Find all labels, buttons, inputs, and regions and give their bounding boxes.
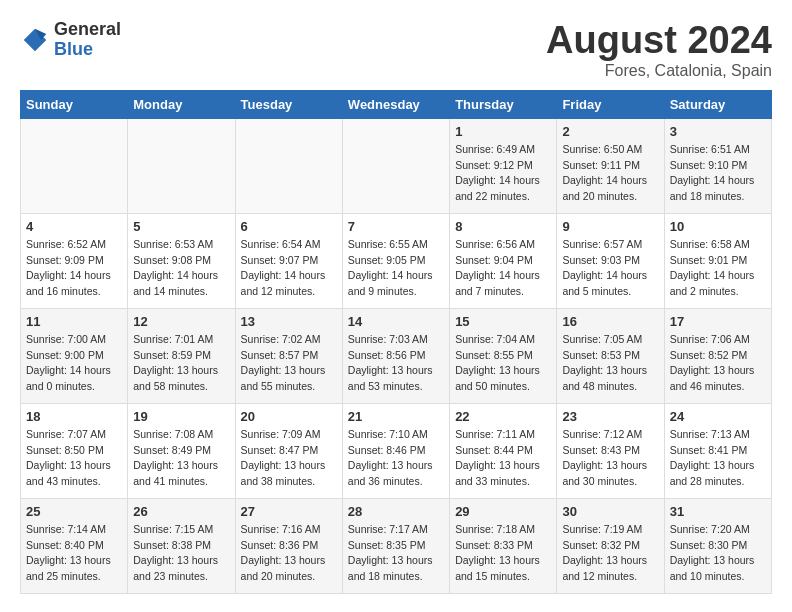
calendar-cell: 29Sunrise: 7:18 AM Sunset: 8:33 PM Dayli…	[450, 498, 557, 593]
day-info: Sunrise: 7:19 AM Sunset: 8:32 PM Dayligh…	[562, 522, 658, 585]
day-number: 5	[133, 219, 229, 234]
day-number: 19	[133, 409, 229, 424]
calendar-cell: 24Sunrise: 7:13 AM Sunset: 8:41 PM Dayli…	[664, 403, 771, 498]
calendar-cell: 14Sunrise: 7:03 AM Sunset: 8:56 PM Dayli…	[342, 308, 449, 403]
day-info: Sunrise: 7:01 AM Sunset: 8:59 PM Dayligh…	[133, 332, 229, 395]
calendar-cell: 7Sunrise: 6:55 AM Sunset: 9:05 PM Daylig…	[342, 213, 449, 308]
day-number: 31	[670, 504, 766, 519]
day-info: Sunrise: 7:08 AM Sunset: 8:49 PM Dayligh…	[133, 427, 229, 490]
calendar-cell: 19Sunrise: 7:08 AM Sunset: 8:49 PM Dayli…	[128, 403, 235, 498]
day-info: Sunrise: 6:55 AM Sunset: 9:05 PM Dayligh…	[348, 237, 444, 300]
day-info: Sunrise: 7:12 AM Sunset: 8:43 PM Dayligh…	[562, 427, 658, 490]
day-info: Sunrise: 7:00 AM Sunset: 9:00 PM Dayligh…	[26, 332, 122, 395]
day-info: Sunrise: 7:18 AM Sunset: 8:33 PM Dayligh…	[455, 522, 551, 585]
day-info: Sunrise: 6:53 AM Sunset: 9:08 PM Dayligh…	[133, 237, 229, 300]
day-info: Sunrise: 6:57 AM Sunset: 9:03 PM Dayligh…	[562, 237, 658, 300]
day-number: 11	[26, 314, 122, 329]
day-number: 17	[670, 314, 766, 329]
day-number: 7	[348, 219, 444, 234]
day-info: Sunrise: 7:20 AM Sunset: 8:30 PM Dayligh…	[670, 522, 766, 585]
day-number: 23	[562, 409, 658, 424]
calendar-week-row: 25Sunrise: 7:14 AM Sunset: 8:40 PM Dayli…	[21, 498, 772, 593]
calendar-cell: 8Sunrise: 6:56 AM Sunset: 9:04 PM Daylig…	[450, 213, 557, 308]
day-number: 21	[348, 409, 444, 424]
day-number: 2	[562, 124, 658, 139]
calendar-cell: 18Sunrise: 7:07 AM Sunset: 8:50 PM Dayli…	[21, 403, 128, 498]
page-header: General Blue August 2024 Fores, Cataloni…	[20, 20, 772, 80]
calendar-cell: 23Sunrise: 7:12 AM Sunset: 8:43 PM Dayli…	[557, 403, 664, 498]
calendar-cell: 12Sunrise: 7:01 AM Sunset: 8:59 PM Dayli…	[128, 308, 235, 403]
logo-general: General	[54, 20, 121, 40]
calendar-cell: 13Sunrise: 7:02 AM Sunset: 8:57 PM Dayli…	[235, 308, 342, 403]
calendar-week-row: 4Sunrise: 6:52 AM Sunset: 9:09 PM Daylig…	[21, 213, 772, 308]
day-number: 3	[670, 124, 766, 139]
day-info: Sunrise: 7:13 AM Sunset: 8:41 PM Dayligh…	[670, 427, 766, 490]
calendar-cell: 4Sunrise: 6:52 AM Sunset: 9:09 PM Daylig…	[21, 213, 128, 308]
day-info: Sunrise: 7:15 AM Sunset: 8:38 PM Dayligh…	[133, 522, 229, 585]
calendar-cell	[235, 118, 342, 213]
day-number: 28	[348, 504, 444, 519]
day-number: 26	[133, 504, 229, 519]
day-info: Sunrise: 7:04 AM Sunset: 8:55 PM Dayligh…	[455, 332, 551, 395]
calendar-cell: 16Sunrise: 7:05 AM Sunset: 8:53 PM Dayli…	[557, 308, 664, 403]
day-number: 18	[26, 409, 122, 424]
weekday-header: Saturday	[664, 90, 771, 118]
day-info: Sunrise: 7:02 AM Sunset: 8:57 PM Dayligh…	[241, 332, 337, 395]
logo-blue: Blue	[54, 40, 121, 60]
day-info: Sunrise: 6:49 AM Sunset: 9:12 PM Dayligh…	[455, 142, 551, 205]
day-info: Sunrise: 7:16 AM Sunset: 8:36 PM Dayligh…	[241, 522, 337, 585]
weekday-header: Tuesday	[235, 90, 342, 118]
weekday-header: Thursday	[450, 90, 557, 118]
day-number: 24	[670, 409, 766, 424]
day-number: 16	[562, 314, 658, 329]
day-number: 12	[133, 314, 229, 329]
calendar-cell: 11Sunrise: 7:00 AM Sunset: 9:00 PM Dayli…	[21, 308, 128, 403]
day-number: 10	[670, 219, 766, 234]
day-number: 1	[455, 124, 551, 139]
day-number: 4	[26, 219, 122, 234]
calendar-cell: 22Sunrise: 7:11 AM Sunset: 8:44 PM Dayli…	[450, 403, 557, 498]
calendar-cell: 25Sunrise: 7:14 AM Sunset: 8:40 PM Dayli…	[21, 498, 128, 593]
calendar-body: 1Sunrise: 6:49 AM Sunset: 9:12 PM Daylig…	[21, 118, 772, 593]
calendar-cell: 1Sunrise: 6:49 AM Sunset: 9:12 PM Daylig…	[450, 118, 557, 213]
day-info: Sunrise: 7:06 AM Sunset: 8:52 PM Dayligh…	[670, 332, 766, 395]
day-info: Sunrise: 7:09 AM Sunset: 8:47 PM Dayligh…	[241, 427, 337, 490]
title-block: August 2024 Fores, Catalonia, Spain	[546, 20, 772, 80]
day-number: 30	[562, 504, 658, 519]
calendar-cell	[128, 118, 235, 213]
calendar-cell: 9Sunrise: 6:57 AM Sunset: 9:03 PM Daylig…	[557, 213, 664, 308]
day-info: Sunrise: 7:07 AM Sunset: 8:50 PM Dayligh…	[26, 427, 122, 490]
calendar-cell: 21Sunrise: 7:10 AM Sunset: 8:46 PM Dayli…	[342, 403, 449, 498]
day-info: Sunrise: 6:51 AM Sunset: 9:10 PM Dayligh…	[670, 142, 766, 205]
calendar-cell	[342, 118, 449, 213]
calendar-cell: 2Sunrise: 6:50 AM Sunset: 9:11 PM Daylig…	[557, 118, 664, 213]
day-number: 27	[241, 504, 337, 519]
weekday-header: Wednesday	[342, 90, 449, 118]
day-info: Sunrise: 6:54 AM Sunset: 9:07 PM Dayligh…	[241, 237, 337, 300]
calendar-header: SundayMondayTuesdayWednesdayThursdayFrid…	[21, 90, 772, 118]
calendar-cell: 17Sunrise: 7:06 AM Sunset: 8:52 PM Dayli…	[664, 308, 771, 403]
day-number: 13	[241, 314, 337, 329]
main-title: August 2024	[546, 20, 772, 62]
svg-marker-0	[24, 29, 47, 52]
calendar-cell: 30Sunrise: 7:19 AM Sunset: 8:32 PM Dayli…	[557, 498, 664, 593]
calendar-cell: 20Sunrise: 7:09 AM Sunset: 8:47 PM Dayli…	[235, 403, 342, 498]
calendar-cell: 15Sunrise: 7:04 AM Sunset: 8:55 PM Dayli…	[450, 308, 557, 403]
day-info: Sunrise: 7:14 AM Sunset: 8:40 PM Dayligh…	[26, 522, 122, 585]
calendar-cell: 26Sunrise: 7:15 AM Sunset: 8:38 PM Dayli…	[128, 498, 235, 593]
calendar-cell: 27Sunrise: 7:16 AM Sunset: 8:36 PM Dayli…	[235, 498, 342, 593]
day-number: 8	[455, 219, 551, 234]
day-number: 9	[562, 219, 658, 234]
logo-text: General Blue	[54, 20, 121, 60]
calendar-cell: 31Sunrise: 7:20 AM Sunset: 8:30 PM Dayli…	[664, 498, 771, 593]
day-info: Sunrise: 6:52 AM Sunset: 9:09 PM Dayligh…	[26, 237, 122, 300]
day-info: Sunrise: 7:03 AM Sunset: 8:56 PM Dayligh…	[348, 332, 444, 395]
day-info: Sunrise: 6:58 AM Sunset: 9:01 PM Dayligh…	[670, 237, 766, 300]
subtitle: Fores, Catalonia, Spain	[546, 62, 772, 80]
day-info: Sunrise: 7:05 AM Sunset: 8:53 PM Dayligh…	[562, 332, 658, 395]
logo: General Blue	[20, 20, 121, 60]
day-number: 20	[241, 409, 337, 424]
calendar-week-row: 18Sunrise: 7:07 AM Sunset: 8:50 PM Dayli…	[21, 403, 772, 498]
day-number: 22	[455, 409, 551, 424]
day-info: Sunrise: 6:50 AM Sunset: 9:11 PM Dayligh…	[562, 142, 658, 205]
